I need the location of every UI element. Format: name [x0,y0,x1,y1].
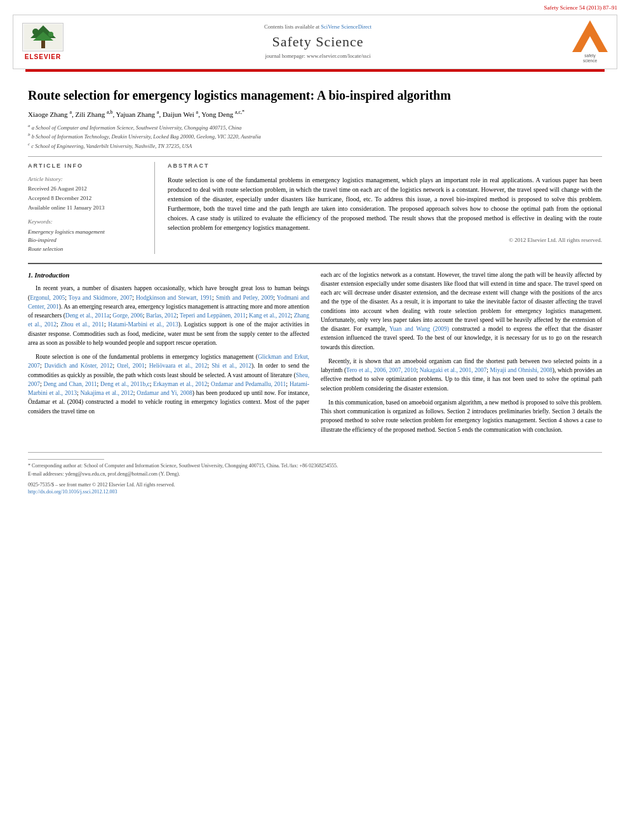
ref-heliovaara[interactable]: Heliövaara et al., 2012 [149,363,208,369]
elsevier-tree-icon [24,24,62,50]
article-content: Route selection for emergency logistics … [0,72,630,445]
available-date: Available online 11 January 2013 [28,204,147,212]
footer-bottom: 0925-7535/$ – see front matter © 2012 El… [28,481,602,495]
body-right-col: each arc of the logistics network as a c… [321,270,602,439]
intro-para-4: In this communication, based on amoeboid… [321,398,602,434]
footnote-star: * Corresponding author at: School of Com… [28,462,602,469]
intro-para-2-cont: each arc of the logistics network as a c… [321,270,602,352]
ref-teperi[interactable]: Teperi and Leppänen, 2011 [180,312,246,319]
abstract-text: Route selection is one of the fundamenta… [168,175,602,232]
intro-para-1: In recent years, a number of disasters h… [28,284,309,347]
footer-area: * Corresponding author at: School of Com… [28,452,602,477]
article-info-column: Article Info Article history: Received 2… [28,162,155,253]
ref-tero[interactable]: Tero et al., 2006, 2007, 2010 [346,367,416,373]
journal-banner: ELSEVIER Contents lists available at Sci… [13,15,617,70]
body-two-col: 1. Introduction In recent years, a numbe… [28,263,602,439]
footer-doi[interactable]: http://dx.doi.org/10.1016/j.ssci.2012.12… [28,488,602,495]
safety-science-logo: safetyscience [572,20,608,64]
ref-toya[interactable]: Toya and Skidmore, 2007 [69,295,132,301]
ref-kang[interactable]: Kang et al., 2012 [249,312,291,319]
ref-deng-2011a[interactable]: Deng et al., 2011a [65,312,109,319]
elsevier-logo: ELSEVIER [22,23,64,62]
ref-yuan-wang[interactable]: Yuan and Wang (2009) [389,326,449,332]
abstract-copyright: © 2012 Elsevier Ltd. All rights reserved… [168,236,602,244]
ref-barlas[interactable]: Barlas, 2012 [146,312,177,319]
ref-zhou[interactable]: Zhou et al., 2011 [60,321,104,328]
ref-deng-chan[interactable]: Deng and Chan, 2011 [44,381,97,387]
intro-para-3: Recently, it is shown that an amoeboid o… [321,357,602,393]
ref-nakajima[interactable]: Nakajima et al., 2012 [80,390,133,396]
ref-davidich[interactable]: Davidich and Köster, 2012 [44,363,113,369]
accepted-date: Accepted 8 December 2012 [28,194,147,203]
journal-homepage: journal homepage: www.elsevier.com/locat… [64,53,572,60]
section-1-heading: 1. Introduction [28,270,309,281]
keyword-1: Emergency logistics management [28,228,147,236]
footer-copyright: 0925-7535/$ – see front matter © 2012 El… [28,481,602,488]
ref-hatami[interactable]: Hatami-Marbini et al., 2013 [108,321,178,328]
ss-logo-text: safetyscience [583,53,597,64]
sciverse-line: Contents lists available at SciVerse Sci… [64,23,572,31]
svg-point-5 [48,32,53,37]
journal-title: Safety Science [64,32,572,52]
sciverse-link[interactable]: SciVerse ScienceDirect [321,23,372,30]
journal-citation: Safety Science 54 (2013) 87–91 [13,4,617,12]
article-info-label: Article Info [28,162,147,170]
ref-ozdamar-yi[interactable]: Ozdamar and Yi, 2008 [137,390,192,396]
ref-ozel[interactable]: Ozel, 2001 [117,363,145,369]
doi-link: http://dx.doi.org/10.1016/j.ssci.2012.12… [28,489,117,495]
abstract-column: Abstract Route selection is one of the f… [168,162,602,253]
ref-miyaji[interactable]: Miyaji and Ohnishi, 2008 [490,367,553,373]
svg-point-4 [32,29,39,35]
keywords-list: Emergency logistics management Bio-inspi… [28,228,147,253]
keyword-3: Route selection [28,245,147,253]
history-label: Article history: [28,175,147,183]
ref-smith[interactable]: Smith and Petley, 2009 [216,295,273,301]
keyword-2: Bio-inspired [28,236,147,244]
article-info-abstract: Article Info Article history: Received 2… [28,156,602,253]
keywords-label: Keywords: [28,218,147,226]
footnote-separator [28,459,104,460]
ref-deng-2011b[interactable]: Deng et al., 2011b,c [100,381,150,387]
ref-ozdamar-peda[interactable]: Ozdamar and Pedamallu, 2011 [211,381,286,387]
ss-triangle-icon [572,20,608,52]
article-title: Route selection for emergency logistics … [28,87,602,103]
footnote-email: E-mail addresses: ydeng@swu.edu.cn, prof… [28,470,602,477]
body-left-col: 1. Introduction In recent years, a numbe… [28,270,309,439]
ref-hodgkinson[interactable]: Hodgkinson and Stewart, 1991 [136,295,212,301]
journal-header: Safety Science 54 (2013) 87–91 ELSEVIER … [0,0,630,72]
banner-center: Contents lists available at SciVerse Sci… [64,23,572,61]
elsevier-brand-text: ELSEVIER [25,53,61,62]
authors-line: Xiaoge Zhang a, Zili Zhang a,b, Yajuan Z… [28,109,602,119]
received-date: Received 26 August 2012 [28,185,147,193]
intro-para-2: Route selection is one of the fundamenta… [28,352,309,416]
ref-erkayman[interactable]: Erkayman et al., 2012 [153,381,207,387]
ref-nakagaki[interactable]: Nakagaki et al., 2001, 2007 [420,367,487,373]
ref-ergonul[interactable]: Ergonul, 2005 [30,295,65,301]
ref-shi[interactable]: Shi et al., 2012 [211,363,251,369]
affiliations: a a School of Computer and Information S… [28,123,602,150]
abstract-label: Abstract [168,162,602,170]
ref-gorge[interactable]: Gorge, 2006 [112,312,142,319]
